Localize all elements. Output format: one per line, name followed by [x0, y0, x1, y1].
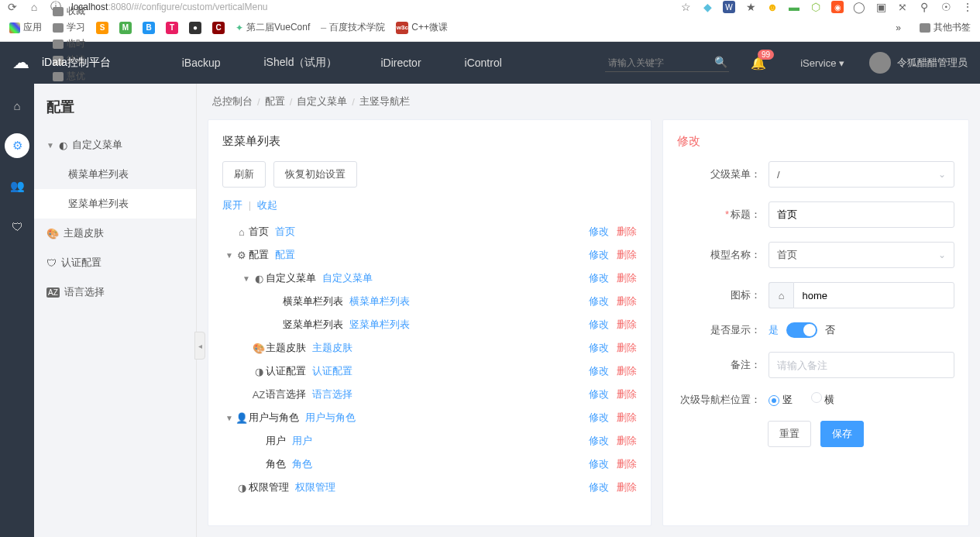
radio-horizontal[interactable]: 横	[811, 392, 835, 407]
menu-icon[interactable]: ⋮	[961, 1, 974, 13]
refresh-button[interactable]: 刷新	[222, 161, 266, 188]
ext-chat-icon[interactable]: ▬	[788, 1, 800, 13]
rail-shield-icon[interactable]: 🛡	[5, 214, 29, 239]
parent-select[interactable]: /⌄	[769, 161, 954, 188]
delete-link[interactable]: 删除	[617, 341, 637, 355]
url-bar[interactable]: localhost:8080/#/configure/custom/vertic…	[71, 2, 268, 12]
ext-node-icon[interactable]: ⬡	[810, 1, 822, 13]
rail-users-icon[interactable]: 👥	[5, 174, 29, 198]
sidebar-item-theme[interactable]: 🎨主题皮肤	[34, 219, 196, 248]
tree-link[interactable]: 认证配置	[312, 364, 352, 378]
sidebar-item-custom-menu[interactable]: ▼ ◐ 自定义菜单	[34, 130, 196, 160]
tree-link[interactable]: 横菜单栏列表	[349, 294, 410, 308]
tree-link[interactable]: 竖菜单栏列表	[349, 318, 410, 332]
rail-home-icon[interactable]: ⌂	[5, 93, 29, 118]
sidebar-item-language[interactable]: AZ语言选择	[34, 277, 196, 307]
site-t[interactable]: T	[163, 20, 181, 36]
ext-icon-o[interactable]: ◉	[831, 1, 844, 13]
delete-link[interactable]: 删除	[617, 480, 637, 494]
reset-button[interactable]: 重置	[768, 421, 811, 447]
edit-link[interactable]: 修改	[589, 271, 609, 285]
chevron-down-icon[interactable]: ▼	[242, 274, 252, 283]
site-vueconf[interactable]: ✦第二届VueConf	[232, 19, 313, 36]
iservice-dropdown[interactable]: iService ▾	[800, 57, 844, 69]
crumb-1[interactable]: 配置	[265, 95, 285, 108]
delete-link[interactable]: 删除	[617, 318, 637, 332]
delete-link[interactable]: 删除	[617, 387, 637, 401]
other-bookmarks[interactable]: 其他书签	[916, 19, 974, 36]
delete-link[interactable]: 删除	[617, 271, 637, 285]
search-input[interactable]	[605, 54, 729, 72]
delete-link[interactable]: 删除	[617, 364, 637, 378]
tree-link[interactable]: 配置	[275, 248, 295, 262]
bookmark-folder[interactable]: 临时	[50, 36, 88, 52]
delete-link[interactable]: 删除	[617, 411, 637, 425]
ext-box-icon[interactable]: ▣	[875, 1, 887, 13]
bell-icon[interactable]: 🔔99	[751, 56, 766, 71]
sidebar-item-horizontal-list[interactable]: 横菜单栏列表	[34, 160, 196, 189]
ext-icon-w[interactable]: W	[723, 1, 735, 13]
chevron-down-icon[interactable]: ▼	[225, 251, 235, 260]
delete-link[interactable]: 删除	[617, 434, 637, 448]
reload-icon[interactable]: ⟳	[6, 1, 19, 13]
tree-link[interactable]: 语言选择	[312, 387, 352, 401]
tree-link[interactable]: 权限管理	[295, 480, 335, 494]
edit-link[interactable]: 修改	[589, 341, 609, 355]
ext-globe-icon[interactable]: ◯	[853, 1, 865, 13]
site-baidu[interactable]: ⎼百度技术学院	[318, 19, 388, 36]
rail-config-icon[interactable]: ⚙	[5, 133, 29, 158]
tree-link[interactable]: 用户与角色	[305, 411, 356, 425]
crumb-2[interactable]: 自定义菜单	[297, 95, 347, 108]
nav-isheld[interactable]: iSheld（试用）	[246, 56, 356, 70]
edit-link[interactable]: 修改	[589, 248, 609, 262]
site-dark[interactable]: ●	[186, 20, 205, 36]
bookmark-folder[interactable]: 慧优	[50, 68, 88, 84]
chevron-down-icon[interactable]: ▼	[225, 414, 235, 422]
collapse-all[interactable]: 收起	[257, 199, 277, 211]
edit-link[interactable]: 修改	[589, 318, 609, 332]
sidebar-item-vertical-list[interactable]: 竖菜单栏列表	[34, 189, 196, 219]
delete-link[interactable]: 删除	[617, 457, 637, 471]
ext-pin-icon[interactable]: ⚲	[918, 1, 930, 13]
ext-cat-icon[interactable]: ☉	[940, 1, 952, 13]
site-b[interactable]: B	[139, 20, 158, 36]
ext-arrow-icon[interactable]: ⤧	[896, 1, 909, 13]
star-icon[interactable]: ☆	[679, 1, 692, 13]
home-chrome-icon[interactable]: ⌂	[28, 1, 40, 13]
site-c[interactable]: C	[209, 20, 228, 36]
restore-button[interactable]: 恢复初始设置	[273, 161, 357, 188]
user-menu[interactable]: 令狐醋醋管理员	[869, 52, 968, 74]
model-select[interactable]: 首页⌄	[769, 242, 954, 268]
edit-link[interactable]: 修改	[589, 411, 609, 425]
tree-link[interactable]: 主题皮肤	[312, 341, 352, 355]
delete-link[interactable]: 删除	[617, 248, 637, 262]
sidebar-item-auth[interactable]: 🛡认证配置	[34, 248, 196, 277]
site-sogou[interactable]: S	[93, 20, 112, 36]
ext-star-icon[interactable]: ★	[744, 1, 757, 13]
remark-input[interactable]	[769, 352, 954, 378]
nav-icontrol[interactable]: iControl	[446, 57, 521, 69]
site-m[interactable]: M	[116, 20, 135, 36]
edit-link[interactable]: 修改	[589, 364, 609, 378]
tree-link[interactable]: 自定义菜单	[322, 271, 373, 285]
nav-idirector[interactable]: iDirector	[362, 57, 439, 69]
sidebar-collapse-handle[interactable]: ◂	[194, 332, 205, 360]
tree-link[interactable]: 用户	[292, 434, 312, 448]
search-icon[interactable]: 🔍	[714, 56, 727, 68]
title-input[interactable]	[769, 201, 954, 228]
tree-link[interactable]: 首页	[275, 225, 295, 239]
edit-link[interactable]: 修改	[589, 434, 609, 448]
ext-face-icon[interactable]: ☻	[766, 1, 779, 13]
edit-link[interactable]: 修改	[589, 294, 609, 308]
edit-link[interactable]: 修改	[589, 457, 609, 471]
crumb-0[interactable]: 总控制台	[212, 95, 253, 108]
visible-switch[interactable]	[786, 322, 817, 338]
more-bookmarks[interactable]: »	[896, 22, 901, 33]
delete-link[interactable]: 删除	[617, 294, 637, 308]
edit-link[interactable]: 修改	[589, 225, 609, 239]
edit-link[interactable]: 修改	[589, 387, 609, 401]
bookmark-folder[interactable]: 学习	[50, 19, 88, 36]
ext-icon-1[interactable]: ◆	[701, 1, 714, 13]
save-button[interactable]: 保存	[820, 421, 864, 447]
apps-button[interactable]: 应用	[6, 19, 45, 36]
